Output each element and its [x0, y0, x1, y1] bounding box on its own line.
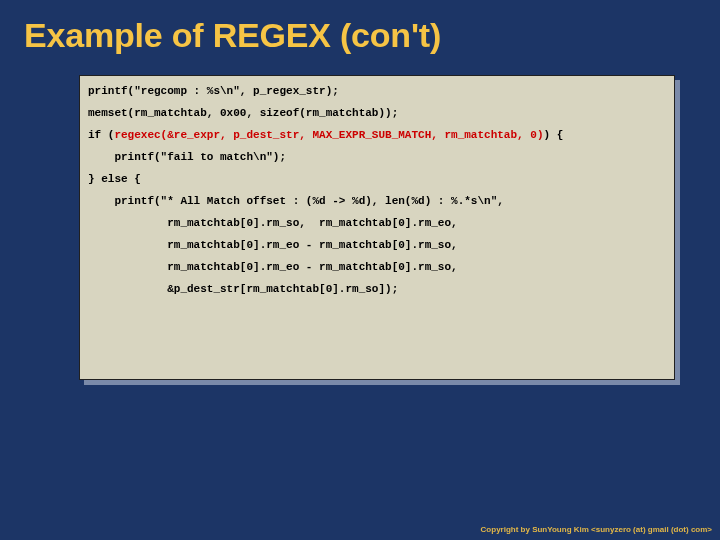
- code-line-5c: ) {: [543, 129, 563, 141]
- footer-copyright: Copyright by SunYoung Kim <sunyzero (at)…: [481, 525, 712, 534]
- code-line-5b-highlight: regexec(&re_expr, p_dest_str, MAX_EXPR_S…: [114, 129, 543, 141]
- code-line-3: memset(rm_matchtab, 0x00, sizeof(rm_matc…: [88, 107, 398, 119]
- code-line-7: printf("fail to match\n");: [88, 151, 286, 163]
- code-line-13: rm_matchtab[0].rm_so, rm_matchtab[0].rm_…: [88, 217, 458, 229]
- slide: Example of REGEX (con't) printf("regcomp…: [0, 0, 720, 540]
- code-line-11: printf("* All Match offset : (%d -> %d),…: [88, 195, 504, 207]
- code-box: printf("regcomp : %s\n", p_regex_str); m…: [79, 75, 675, 380]
- code-line-17: rm_matchtab[0].rm_eo - rm_matchtab[0].rm…: [88, 261, 458, 273]
- code-line-9: } else {: [88, 173, 141, 185]
- code-line-5a: if (: [88, 129, 114, 141]
- code-line-15: rm_matchtab[0].rm_eo - rm_matchtab[0].rm…: [88, 239, 458, 251]
- code-line-1: printf("regcomp : %s\n", p_regex_str);: [88, 85, 339, 97]
- slide-title: Example of REGEX (con't): [24, 16, 441, 55]
- code-line-19: &p_dest_str[rm_matchtab[0].rm_so]);: [88, 283, 398, 295]
